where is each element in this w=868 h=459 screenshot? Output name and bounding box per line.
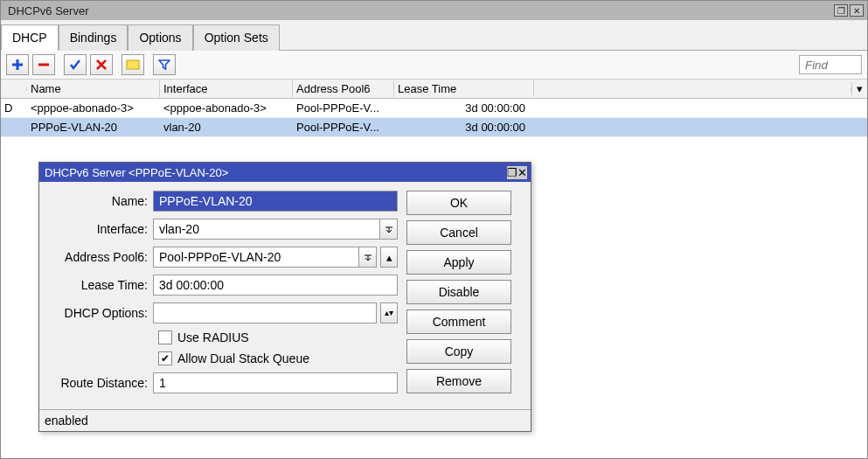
dialog-restore-icon[interactable]: ❐ (507, 166, 517, 179)
tab-bindings[interactable]: Bindings (59, 24, 128, 51)
tab-options[interactable]: Options (128, 24, 192, 51)
disable-button[interactable] (90, 54, 113, 75)
label-pool: Address Pool6: (48, 250, 153, 264)
row-name: PPPoE-VLAN-20 (27, 119, 160, 136)
row-pool: Pool-PPPoE-V... (293, 100, 394, 116)
route-distance-field[interactable] (153, 372, 398, 393)
pool-up-icon[interactable]: ▴ (380, 247, 398, 268)
remove-button[interactable] (32, 54, 55, 75)
columns-dropdown-icon[interactable]: ▾ (851, 82, 867, 95)
restore-icon[interactable]: ❐ (834, 4, 848, 17)
interface-dropdown-icon[interactable] (380, 219, 398, 240)
row-flag (1, 126, 27, 129)
col-rest (534, 87, 851, 91)
col-lease[interactable]: Lease Time (394, 80, 534, 97)
label-interface: Interface: (48, 222, 153, 236)
dialog-title: DHCPv6 Server <PPPoE-VLAN-20> (43, 166, 507, 179)
col-interface[interactable]: Interface (160, 80, 293, 97)
row-name: <pppoe-abonado-3> (27, 100, 160, 116)
row-lease: 3d 00:00:00 (394, 100, 534, 116)
col-name[interactable]: Name (27, 80, 160, 97)
tab-option-sets[interactable]: Option Sets (193, 24, 280, 51)
pool-dropdown-icon[interactable] (359, 247, 377, 268)
svg-rect-0 (127, 60, 139, 69)
enable-button[interactable] (64, 54, 87, 75)
col-flag[interactable] (1, 87, 27, 91)
dialog-close-icon[interactable]: ✕ (517, 166, 527, 179)
toolbar (1, 51, 867, 80)
dialog-titlebar: DHCPv6 Server <PPPoE-VLAN-20> ❐ ✕ (39, 163, 531, 182)
main-tabs: DHCP Bindings Options Option Sets (1, 20, 867, 51)
col-pool[interactable]: Address Pool6 (293, 80, 394, 97)
remove-button[interactable]: Remove (406, 369, 511, 393)
label-dhcp-options: DHCP Options: (48, 306, 153, 320)
dhcp-options-field[interactable] (153, 303, 377, 323)
pool-field[interactable] (153, 247, 359, 268)
label-dual-stack: Allow Dual Stack Queue (177, 351, 309, 365)
apply-button[interactable]: Apply (406, 250, 511, 275)
ok-button[interactable]: OK (406, 191, 511, 215)
filter-button[interactable] (153, 54, 176, 75)
comment-button[interactable] (122, 54, 144, 75)
table-row[interactable]: PPPoE-VLAN-20 vlan-20 Pool-PPPoE-V... 3d… (1, 118, 867, 137)
use-radius-checkbox[interactable] (158, 330, 172, 344)
window-title: DHCPv6 Server (4, 4, 832, 17)
row-flag: D (1, 100, 27, 116)
find-input[interactable] (799, 55, 862, 74)
row-iface: vlan-20 (160, 119, 293, 136)
lease-field[interactable] (153, 275, 398, 296)
name-field[interactable] (153, 191, 398, 212)
row-iface: <pppoe-abonado-3> (160, 100, 293, 116)
options-updown-icon[interactable]: ▴▾ (380, 303, 398, 323)
row-pool: Pool-PPPoE-V... (293, 119, 394, 136)
dual-stack-checkbox[interactable]: ✔ (158, 351, 172, 365)
comment-button[interactable]: Comment (406, 309, 511, 334)
label-lease: Lease Time: (48, 278, 153, 292)
cancel-button[interactable]: Cancel (406, 220, 511, 245)
interface-field[interactable] (153, 219, 380, 240)
close-icon[interactable]: ✕ (850, 4, 864, 17)
grid-header: Name Interface Address Pool6 Lease Time … (1, 80, 867, 99)
main-titlebar: DHCPv6 Server ❐ ✕ (1, 1, 867, 20)
dhcp-server-dialog: DHCPv6 Server <PPPoE-VLAN-20> ❐ ✕ Name: … (38, 162, 531, 432)
add-button[interactable] (6, 54, 29, 75)
table-row[interactable]: D <pppoe-abonado-3> <pppoe-abonado-3> Po… (1, 99, 867, 118)
label-route: Route Distance: (48, 376, 153, 390)
label-use-radius: Use RADIUS (177, 330, 249, 344)
disable-button[interactable]: Disable (406, 280, 511, 304)
label-name: Name: (48, 194, 153, 208)
tab-dhcp[interactable]: DHCP (1, 24, 59, 51)
row-lease: 3d 00:00:00 (394, 119, 534, 136)
copy-button[interactable]: Copy (406, 339, 511, 364)
dialog-status: enabled (39, 409, 531, 431)
